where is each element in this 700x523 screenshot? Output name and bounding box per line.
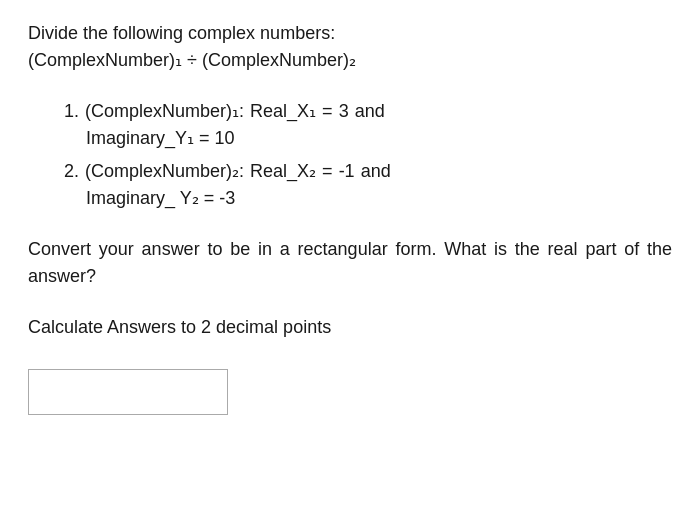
title-block: Divide the following complex numbers: (C… (28, 20, 672, 74)
convert-block: Convert your answer to be in a rectangul… (28, 236, 672, 290)
item1-imaginary-val: 10 (215, 128, 235, 148)
item2-imaginary-line: Imaginary_ Y₂ = -3 (86, 185, 672, 212)
item1-equals: = (322, 98, 333, 125)
item1-and: and (355, 98, 385, 125)
item2-equals: = (322, 158, 333, 185)
item2-real-label: Real_X₂ (250, 158, 316, 185)
item2-imaginary-label: Imaginary_ Y₂ (86, 188, 199, 208)
item2-imaginary-val: -3 (219, 188, 235, 208)
item1-imaginary-line: Imaginary_Y₁ = 10 (86, 125, 672, 152)
item2-real-value: -1 (339, 158, 355, 185)
item1-imaginary-label: Imaginary_Y₁ (86, 128, 194, 148)
title-line2: (ComplexNumber)₁ ÷ (ComplexNumber)₂ (28, 47, 672, 74)
list-number-2: 2. (64, 158, 79, 185)
numbered-list: 1. (ComplexNumber)₁: Real_X₁ = 3 and Ima… (64, 98, 672, 212)
item1-imaginary-equals-sign: = (199, 128, 210, 148)
item1-real-value: 3 (339, 98, 349, 125)
content-area: Divide the following complex numbers: (C… (28, 20, 672, 415)
list-item-2: 2. (ComplexNumber)₂: Real_X₂ = -1 and Im… (64, 158, 672, 212)
calculate-block: Calculate Answers to 2 decimal points (28, 314, 672, 341)
item2-imaginary-equals-sign: = (204, 188, 215, 208)
title-line1: Divide the following complex numbers: (28, 20, 672, 47)
list-number-1: 1. (64, 98, 79, 125)
list-item-1: 1. (ComplexNumber)₁: Real_X₁ = 3 and Ima… (64, 98, 672, 152)
item2-and: and (361, 158, 391, 185)
item2-label: (ComplexNumber)₂: (85, 158, 244, 185)
answer-input[interactable] (28, 369, 228, 415)
item1-label: (ComplexNumber)₁: (85, 98, 244, 125)
item1-real-label: Real_X₁ (250, 98, 316, 125)
